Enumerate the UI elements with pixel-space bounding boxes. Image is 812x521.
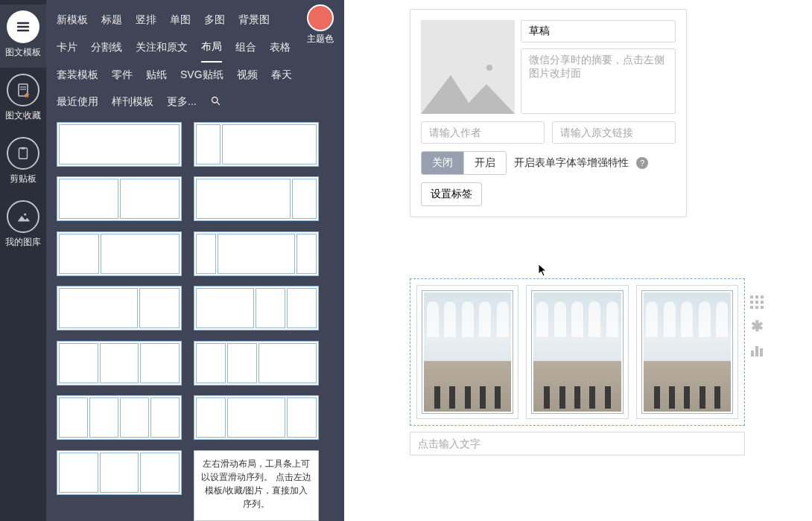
cover-image-placeholder[interactable] xyxy=(421,20,515,114)
tab-video[interactable]: 视频 xyxy=(237,63,258,89)
layout-1-2[interactable] xyxy=(57,231,182,276)
theme-color-label: 主题色 xyxy=(302,33,338,45)
layout-strip-left[interactable] xyxy=(194,122,319,167)
tab-card[interactable]: 卡片 xyxy=(57,35,77,62)
search-icon[interactable] xyxy=(210,89,221,116)
template-panel: 主题色 新模板 标题 竖排 单图 多图 背景图 卡片 分割线 关注和原文 布局 … xyxy=(46,0,344,521)
photo-placeholder xyxy=(644,293,731,412)
svg-point-9 xyxy=(212,98,218,103)
svg-rect-17 xyxy=(761,301,764,304)
svg-rect-14 xyxy=(761,295,764,298)
editor-area: 关闭 开启 开启表单字体等增强特性 ? 设置标签 xyxy=(344,0,812,521)
svg-rect-13 xyxy=(755,295,758,298)
set-tags-button[interactable]: 设置标签 xyxy=(421,182,482,206)
image-slot-2[interactable] xyxy=(526,285,628,419)
theme-color-dot xyxy=(307,4,334,31)
photo-placeholder xyxy=(533,293,621,412)
rail-item-favorites[interactable]: 图文收藏 xyxy=(0,68,46,131)
svg-rect-12 xyxy=(750,295,753,298)
photo-placeholder xyxy=(424,293,511,412)
layout-1-1-2[interactable] xyxy=(194,341,319,386)
layout-tooltip: 左右滑动布局，工具条上可以设置滑动序列。 点击左边模板/收藏/图片，直接加入序列… xyxy=(194,450,319,521)
toggle-on[interactable]: 开启 xyxy=(463,152,506,174)
help-icon[interactable]: ? xyxy=(636,157,648,169)
rail-label: 图文模板 xyxy=(0,46,46,59)
rail-label: 剪贴板 xyxy=(0,173,46,185)
layout-3col[interactable] xyxy=(57,341,182,386)
image-slot-3[interactable] xyxy=(636,285,738,419)
svg-rect-16 xyxy=(755,301,758,304)
svg-rect-22 xyxy=(755,346,758,357)
svg-rect-19 xyxy=(755,306,758,309)
svg-rect-18 xyxy=(750,306,753,309)
tab-svg-stickers[interactable]: SVG贴纸 xyxy=(180,63,223,89)
caption-input[interactable] xyxy=(410,432,745,456)
author-input[interactable] xyxy=(421,121,545,144)
left-rail: 图文模板 图文收藏 剪贴板 我的图库 xyxy=(0,0,46,521)
svg-rect-6 xyxy=(19,148,28,159)
tab-vertical[interactable]: 竖排 xyxy=(136,7,156,34)
svg-point-8 xyxy=(24,214,26,216)
tab-stickers[interactable]: 贴纸 xyxy=(146,63,167,89)
layout-4col[interactable] xyxy=(57,395,182,440)
svg-rect-20 xyxy=(761,306,764,309)
theme-color-picker[interactable]: 主题色 xyxy=(302,4,338,45)
tab-table[interactable]: 表格 xyxy=(270,35,291,62)
tab-title[interactable]: 标题 xyxy=(101,7,122,34)
enhance-toggle: 关闭 开启 xyxy=(421,151,507,175)
layout-1-2-1[interactable] xyxy=(194,395,319,440)
image-slot-1[interactable] xyxy=(416,285,518,419)
cursor-icon xyxy=(538,263,548,280)
tab-combo[interactable]: 组合 xyxy=(235,35,256,62)
rail-item-gallery[interactable]: 我的图库 xyxy=(0,194,46,258)
summary-input[interactable] xyxy=(521,48,676,114)
svg-rect-15 xyxy=(750,301,753,304)
layout-strip-right[interactable] xyxy=(194,176,319,221)
rail-item-templates[interactable]: 图文模板 xyxy=(0,4,46,68)
title-input[interactable] xyxy=(521,20,676,42)
bars-icon[interactable] xyxy=(749,342,764,357)
tab-set[interactable]: 套装模板 xyxy=(57,63,98,89)
tab-recent[interactable]: 最近使用 xyxy=(57,89,98,116)
tab-spring[interactable]: 春天 xyxy=(271,63,292,89)
layout-1col[interactable] xyxy=(57,122,182,167)
svg-rect-23 xyxy=(760,348,763,357)
tab-divider[interactable]: 分割线 xyxy=(91,35,122,62)
tab-single-image[interactable]: 单图 xyxy=(170,7,191,34)
category-tabs: 新模板 标题 竖排 单图 多图 背景图 卡片 分割线 关注和原文 布局 组合 表… xyxy=(46,0,344,116)
layout-2-1[interactable] xyxy=(57,286,182,330)
svg-point-11 xyxy=(486,65,492,71)
layout-2col[interactable] xyxy=(57,176,182,221)
gallery-icon xyxy=(7,200,39,233)
enhance-label: 开启表单字体等增强特性 xyxy=(514,156,629,170)
toggle-off[interactable]: 关闭 xyxy=(422,152,463,174)
grid-icon[interactable] xyxy=(749,295,764,310)
tab-follow[interactable]: 关注和原文 xyxy=(136,35,188,62)
block-side-tools: ✱ xyxy=(749,295,764,357)
article-meta-card: 关闭 开启 开启表单字体等增强特性 ? 设置标签 xyxy=(410,9,687,217)
svg-rect-7 xyxy=(21,147,25,150)
tab-layout[interactable]: 布局 xyxy=(201,34,222,63)
svg-rect-21 xyxy=(751,351,754,357)
rail-label: 我的图库 xyxy=(0,236,46,249)
layout-2-1-1[interactable] xyxy=(194,286,319,330)
layout-3col-b[interactable] xyxy=(57,450,182,495)
tab-new-template[interactable]: 新模板 xyxy=(57,7,88,34)
rail-item-clipboard[interactable]: 剪贴板 xyxy=(0,131,46,194)
svg-line-10 xyxy=(217,102,219,104)
tab-multi-image[interactable]: 多图 xyxy=(204,7,225,34)
tab-more[interactable]: 更多... xyxy=(167,89,197,116)
source-url-input[interactable] xyxy=(552,121,676,144)
clipboard-icon xyxy=(7,137,39,170)
tab-background[interactable]: 背景图 xyxy=(238,7,270,34)
three-image-block[interactable] xyxy=(410,278,745,426)
page-star-icon xyxy=(7,74,39,106)
layout-grid: 左右滑动布局，工具条上可以设置滑动序列。 点击左边模板/收藏/图片，直接加入序列… xyxy=(46,116,344,521)
layout-strip-both[interactable] xyxy=(194,231,319,276)
asterisk-icon[interactable]: ✱ xyxy=(749,319,764,333)
tab-sample[interactable]: 样刊模板 xyxy=(112,89,153,116)
tab-parts[interactable]: 零件 xyxy=(112,63,133,89)
menu-icon xyxy=(7,10,39,43)
rail-label: 图文收藏 xyxy=(0,109,46,122)
